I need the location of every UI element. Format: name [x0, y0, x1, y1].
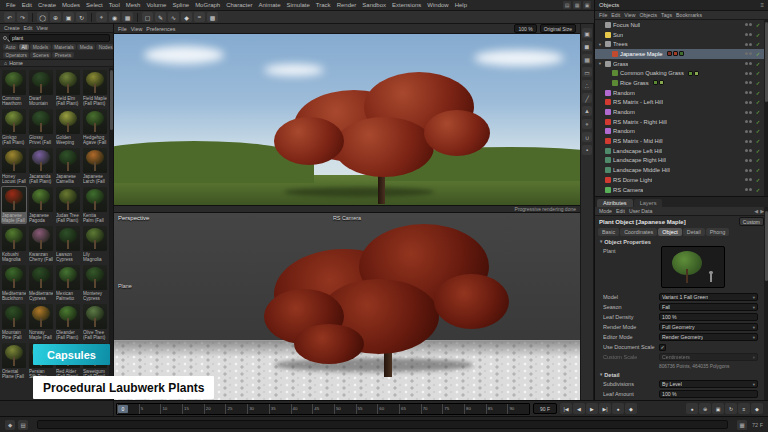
enabled-check-icon[interactable]: ✓	[754, 99, 762, 105]
asset-item[interactable]: Lawson Cypress (Fall Plant)	[55, 225, 81, 263]
editor-dot-icon[interactable]	[745, 62, 748, 65]
editor-dot-icon[interactable]	[745, 52, 748, 55]
menu-window[interactable]: Window	[424, 2, 451, 8]
asset-item[interactable]: Oriental Plane (Fall Plant)	[1, 342, 27, 380]
texture-tag-icon[interactable]	[659, 80, 664, 85]
autokey-icon[interactable]: ●	[686, 403, 698, 414]
lock-icon[interactable]: ▪	[582, 145, 592, 155]
objects-menu-file[interactable]: File	[599, 12, 607, 18]
simulate-icon[interactable]: ≈	[194, 12, 205, 22]
asset-item[interactable]: Mediterranean Buckthorn (Fall Plant)	[1, 264, 27, 302]
edges-mode-icon[interactable]: ╱	[582, 93, 592, 103]
filter-all[interactable]: All	[19, 44, 29, 50]
move-icon[interactable]: ⊕	[50, 12, 61, 22]
object-row[interactable]: Landscape Middle Hill✓	[595, 165, 764, 175]
asset-item[interactable]: Norway Maple (Fall Plant)	[28, 303, 54, 341]
asset-item[interactable]: Hedgehog Agave (Fall Plant)	[82, 108, 108, 146]
visibility-dots[interactable]	[745, 23, 752, 26]
enabled-check-icon[interactable]: ✓	[754, 128, 762, 134]
timeline-tick[interactable]: 80	[464, 404, 486, 414]
scale-key-icon[interactable]: ▣	[712, 403, 724, 414]
timeline-tick[interactable]: 70	[421, 404, 443, 414]
view-label[interactable]: Perspective	[118, 215, 149, 221]
render-dot-icon[interactable]	[749, 43, 752, 46]
enabled-check-icon[interactable]: ✓	[754, 90, 762, 96]
visibility-dots[interactable]	[745, 140, 752, 143]
goto-end-button[interactable]: ▶|	[599, 403, 611, 414]
attr-subtab-detail[interactable]: Detail	[683, 228, 705, 236]
play-button[interactable]: ▶	[586, 403, 598, 414]
asset-menu-edit[interactable]: Edit	[24, 25, 33, 31]
layout-standard-icon[interactable]: ▤	[563, 1, 571, 9]
rotate-icon[interactable]: ↻	[76, 12, 87, 22]
visibility-dots[interactable]	[745, 52, 752, 55]
asset-item[interactable]: Judas Tree (Fall Plant)	[55, 186, 81, 224]
objects-menu-tags[interactable]: Tags	[661, 12, 672, 18]
asset-menu-create[interactable]: Create	[4, 25, 20, 31]
checkbox[interactable]: ✓	[659, 344, 666, 351]
visibility-dots[interactable]	[745, 62, 752, 65]
size-select[interactable]: Original Size	[540, 24, 576, 33]
asset-item[interactable]: Olive Tree (Fall Plant)	[82, 303, 108, 341]
number-field[interactable]: 100 %	[659, 390, 758, 398]
expand-arrow-icon[interactable]: ▾	[597, 42, 603, 47]
enabled-check-icon[interactable]: ✓	[754, 119, 762, 125]
dropdown-field[interactable]: By Level▾	[659, 380, 758, 388]
keyframe-button[interactable]: ◆	[625, 403, 637, 414]
current-frame-marker[interactable]: 0	[118, 405, 128, 413]
visibility-dots[interactable]	[745, 72, 752, 75]
scrollbar-thumb[interactable]	[765, 22, 768, 102]
visibility-dots[interactable]	[745, 33, 752, 36]
texture-tag-icon[interactable]	[667, 51, 672, 56]
asset-item[interactable]: Dwarf Mountain Pine (Fall Plant)	[28, 69, 54, 107]
asset-item[interactable]: Mountain Pine (Fall Plant)	[1, 303, 27, 341]
panel-divider[interactable]: Progressive rendering done	[114, 205, 580, 213]
objects-menu-bookmarks[interactable]: Bookmarks	[676, 12, 702, 18]
scale-icon[interactable]: ▣	[63, 12, 74, 22]
filter-models[interactable]: Models	[30, 44, 50, 50]
enabled-check-icon[interactable]: ✓	[754, 109, 762, 115]
asset-item[interactable]: Field Elm (Fall Plant)	[55, 69, 81, 107]
render-dot-icon[interactable]	[749, 159, 752, 162]
asset-item[interactable]: Mediterranean Cypress (Fall Plant)	[28, 264, 54, 302]
object-row[interactable]: ▾Grass✓	[595, 59, 764, 69]
volume-icon[interactable]: ▩	[207, 12, 218, 22]
asset-item[interactable]: Common Hawthorn (Fall Plant)	[1, 69, 27, 107]
make-editable-icon[interactable]: ▣	[582, 28, 592, 38]
texture-tag-icon[interactable]	[673, 51, 678, 56]
model-mode-icon[interactable]: ◼	[582, 41, 592, 51]
visibility-dots[interactable]	[745, 169, 752, 172]
history-arrows[interactable]: ◀▶	[754, 208, 764, 214]
visibility-dots[interactable]	[745, 149, 752, 152]
timeline-tick[interactable]: 45	[312, 404, 334, 414]
undo-icon[interactable]: ↶	[4, 12, 15, 22]
render-dot-icon[interactable]	[749, 33, 752, 36]
timeline-tick[interactable]: 55	[356, 404, 378, 414]
filter-media[interactable]: Media	[77, 44, 95, 50]
render-dot-icon[interactable]	[749, 130, 752, 133]
timeline-tick[interactable]: 25	[225, 404, 247, 414]
points-mode-icon[interactable]: ∴	[582, 80, 592, 90]
timeline-tick[interactable]: 85	[486, 404, 508, 414]
record-button[interactable]: ●	[612, 403, 624, 414]
objects-menu-edit[interactable]: Edit	[611, 12, 620, 18]
render-view-icon[interactable]: ◉	[109, 12, 120, 22]
attr-subtab-phong[interactable]: Phong	[706, 228, 730, 236]
attr-subtab-coordinates[interactable]: Coordinates	[620, 228, 657, 236]
object-row[interactable]: Rice Grass✓	[595, 78, 764, 88]
menu-file[interactable]: File	[3, 2, 19, 8]
live-selection-icon[interactable]: ◯	[37, 12, 48, 22]
menu-sandbox[interactable]: Sandbox	[359, 2, 389, 8]
enabled-check-icon[interactable]: ✓	[754, 167, 762, 173]
texture-tag-icon[interactable]	[653, 80, 658, 85]
attr-tab-attributes[interactable]: Attributes	[597, 199, 633, 207]
history-arrow-icon[interactable]: ◀	[754, 208, 758, 214]
end-frame-field[interactable]: 90 F	[533, 403, 557, 414]
polygons-mode-icon[interactable]: ▲	[582, 106, 592, 116]
object-row[interactable]: Random✓	[595, 127, 764, 137]
menu-render[interactable]: Render	[334, 2, 360, 8]
console-icon[interactable]: ▤	[18, 420, 28, 430]
texture-tag-icon[interactable]	[679, 51, 684, 56]
visibility-dots[interactable]	[745, 178, 752, 181]
filter-presets[interactable]: Presets	[52, 52, 73, 58]
